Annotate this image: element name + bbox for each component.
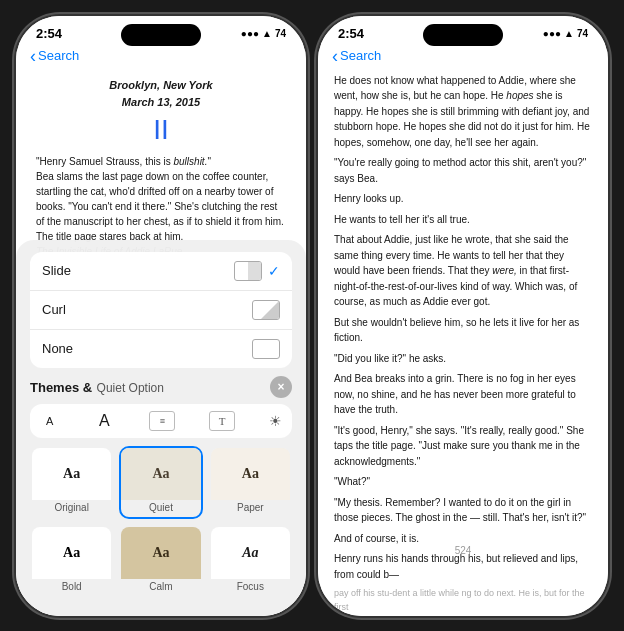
book-location: Brooklyn, New York [36,77,286,94]
battery-icon: 74 [275,28,286,39]
left-phone: 2:54 ●●● ▲ 74 Search Brooklyn, New York [16,16,306,616]
right-para-7: "Did you like it?" he asks. [334,351,592,367]
theme-calm[interactable]: Aa Calm [119,525,202,598]
none-icon [252,339,280,359]
slide-icon [234,261,262,281]
theme-quiet-preview: Aa [121,448,200,500]
curl-icon [252,300,280,320]
theme-grid: Aa Original Aa Quiet Aa Paper Aa Bold [30,446,292,598]
right-time: 2:54 [338,26,364,41]
themes-header: Themes & Quiet Option × [30,376,292,398]
theme-original-label: Original [32,500,111,517]
signal-icon: ●●● [241,28,259,39]
para-1: "Henry Samuel Strauss, this is bullshit.… [36,154,286,169]
right-para-10: "What?" [334,474,592,490]
transition-slide[interactable]: Slide ✓ [30,252,292,291]
page-number: 524 [318,545,608,556]
right-screen: 2:54 ●●● ▲ 74 Search He does not know wh… [318,16,608,616]
left-screen: 2:54 ●●● ▲ 74 Search Brooklyn, New York [16,16,306,616]
slide-checkmark: ✓ [268,263,280,279]
theme-paper-label: Paper [211,500,290,517]
left-nav: Search [16,45,306,71]
theme-quiet-label: Quiet [121,500,200,517]
left-status-icons: ●●● ▲ 74 [241,28,286,39]
themes-section-title: Themes & Quiet Option [30,378,164,396]
right-para-3: Henry looks up. [334,191,592,207]
slide-label: Slide [42,263,71,278]
theme-bold-preview: Aa [32,527,111,579]
transition-curl[interactable]: Curl [30,291,292,330]
quiet-option-label: Quiet Option [97,381,164,395]
theme-calm-label: Calm [121,579,200,596]
page-layout-icon[interactable]: ≡ [149,411,175,431]
right-para-11: "My thesis. Remember? I wanted to do it … [334,495,592,526]
theme-paper-preview: Aa [211,448,290,500]
right-para-9: "It's good, Henry," she says. "It's real… [334,423,592,470]
right-para-1: He does not know what happened to Addie,… [334,73,592,151]
wifi-icon: ▲ [262,28,272,39]
curl-label: Curl [42,302,66,317]
right-status-bar: 2:54 ●●● ▲ 74 [318,16,608,45]
right-back-button[interactable]: Search [332,47,381,65]
transition-none[interactable]: None [30,330,292,368]
right-para-13: Henry runs his hands through his, but re… [334,551,592,582]
font-type-icon[interactable]: T [209,411,235,431]
right-para-6: But she wouldn't believe him, so he lets… [334,315,592,346]
right-signal-icon: ●●● [543,28,561,39]
right-nav: Search [318,45,608,71]
left-back-button[interactable]: Search [30,47,79,65]
transition-options: Slide ✓ Curl [30,252,292,368]
right-battery-icon: 74 [577,28,588,39]
font-controls: A A ≡ T ☀ [30,404,292,438]
brightness-icon[interactable]: ☀ [269,413,282,429]
left-time: 2:54 [36,26,62,41]
book-date: March 13, 2015 [36,94,286,111]
right-para-5: That about Addie, just like he wrote, th… [334,232,592,310]
right-wifi-icon: ▲ [564,28,574,39]
theme-focus-label: Focus [211,579,290,596]
theme-original-preview: Aa [32,448,111,500]
none-label: None [42,341,73,356]
theme-paper[interactable]: Aa Paper [209,446,292,519]
theme-focus[interactable]: Aa Focus [209,525,292,598]
themes-title: Themes & [30,380,92,395]
right-para-4: He wants to tell her it's all true. [334,212,592,228]
right-para-fade-1: pay off his stu-dent a little while ng t… [334,587,592,615]
theme-original[interactable]: Aa Original [30,446,113,519]
book-header: Brooklyn, New York March 13, 2015 II [36,77,286,147]
right-phone: 2:54 ●●● ▲ 74 Search He does not know wh… [318,16,608,616]
theme-quiet[interactable]: Aa Quiet [119,446,202,519]
right-para-8: And Bea breaks into a grin. There is no … [334,371,592,418]
close-button[interactable]: × [270,376,292,398]
font-large-button[interactable]: A [93,410,116,432]
theme-focus-preview: Aa [211,527,290,579]
left-status-bar: 2:54 ●●● ▲ 74 [16,16,306,45]
theme-bold[interactable]: Aa Bold [30,525,113,598]
overlay-panel: Slide ✓ Curl [16,240,306,616]
chapter-number: II [36,113,286,147]
para-2: Bea slams the last page down on the coff… [36,169,286,244]
right-status-icons: ●●● ▲ 74 [543,28,588,39]
right-book-content: He does not know what happened to Addie,… [318,71,608,616]
theme-bold-label: Bold [32,579,111,596]
right-para-2: "You're really going to method actor thi… [334,155,592,186]
phones-container: 2:54 ●●● ▲ 74 Search Brooklyn, New York [16,16,608,616]
theme-calm-preview: Aa [121,527,200,579]
font-small-button[interactable]: A [40,413,59,429]
